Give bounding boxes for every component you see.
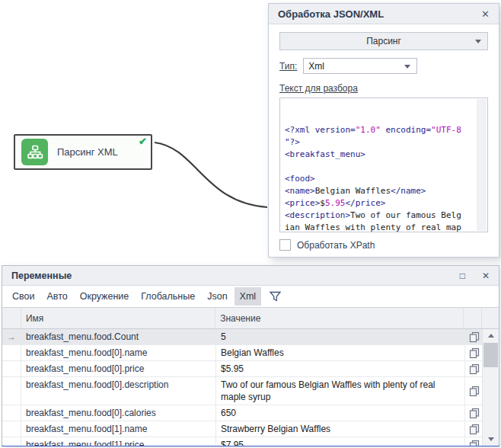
- variables-panel: Переменные □ ✕ СвоиАвтоОкружениеГлобальн…: [2, 265, 499, 446]
- var-value-cell[interactable]: Strawberry Belgian Waffles: [216, 421, 465, 437]
- table-row[interactable]: → breakfast_menu.food.Count 5: [2, 329, 482, 345]
- header-copy: [464, 308, 482, 328]
- var-value-cell[interactable]: $7.95: [216, 437, 465, 446]
- xpath-checkbox-label: Обработать XPath: [297, 240, 375, 251]
- table-row[interactable]: breakfast_menu.food[0].price $5.95: [2, 361, 482, 377]
- type-label[interactable]: Тип:: [279, 61, 297, 72]
- var-value-cell[interactable]: 650: [216, 405, 465, 421]
- success-check-icon: ✔: [139, 136, 147, 147]
- copy-icon[interactable]: [469, 424, 480, 435]
- var-name-cell[interactable]: breakfast_menu.food[0].calories: [21, 405, 216, 421]
- chevron-down-icon: [475, 40, 481, 43]
- var-name-cell[interactable]: breakfast_menu.food[0].name: [21, 345, 216, 360]
- tab-глобальные[interactable]: Глобальные: [136, 287, 200, 306]
- copy-icon[interactable]: [469, 363, 480, 375]
- row-indicator: [2, 405, 21, 421]
- json-xml-panel: Обработка JSON/XML ✕ Парсинг Тип: Xml Те…: [268, 3, 499, 258]
- tab-авто[interactable]: Авто: [41, 287, 72, 306]
- table-row[interactable]: breakfast_menu.food[0].name Belgian Waff…: [2, 345, 482, 361]
- triangle-up-icon: [488, 334, 494, 338]
- header-scroll-spacer: [482, 308, 499, 328]
- var-name-cell[interactable]: breakfast_menu.food[1].price: [21, 437, 216, 446]
- flow-canvas: Парсинг XML ✔ Обработка JSON/XML ✕ Парси…: [0, 0, 501, 448]
- parse-text-label[interactable]: Текст для разбора: [279, 83, 358, 94]
- header-gutter: [2, 308, 21, 328]
- tab-xml[interactable]: Xml: [235, 287, 262, 306]
- node-label: Парсинг XML: [57, 146, 118, 158]
- sitemap-icon: [21, 139, 48, 165]
- type-dropdown-value: Xml: [308, 61, 324, 72]
- var-value-cell[interactable]: Two of our famous Belgian Waffles with p…: [216, 377, 465, 405]
- type-dropdown[interactable]: Xml: [303, 58, 417, 74]
- chevron-down-icon: [404, 65, 410, 69]
- var-name-cell[interactable]: breakfast_menu.food[0].price: [21, 361, 216, 376]
- table-header: Имя Значение: [2, 307, 499, 329]
- connector-line[interactable]: [155, 142, 267, 207]
- filter-funnel-icon: [270, 293, 280, 301]
- filter-button[interactable]: [269, 290, 282, 302]
- tab-окружение[interactable]: Окружение: [75, 287, 135, 306]
- scroll-down-button[interactable]: [483, 433, 499, 446]
- copy-cell[interactable]: [465, 405, 483, 421]
- var-name-cell[interactable]: breakfast_menu.food.Count: [21, 329, 216, 344]
- var-value-cell[interactable]: $5.95: [216, 361, 465, 376]
- header-value[interactable]: Значение: [215, 308, 464, 328]
- editor-scrollbar[interactable]: [477, 99, 487, 231]
- tab-json[interactable]: Json: [202, 287, 232, 306]
- tab-свои[interactable]: Свои: [7, 287, 40, 306]
- table-row[interactable]: breakfast_menu.food[1].price $7.95: [2, 437, 482, 446]
- copy-icon[interactable]: [469, 331, 480, 343]
- row-indicator: [2, 345, 21, 360]
- copy-cell[interactable]: [465, 345, 483, 360]
- var-name-cell[interactable]: breakfast_menu.food[1].name: [21, 421, 216, 437]
- triangle-down-icon: [488, 437, 494, 441]
- copy-cell[interactable]: [465, 377, 483, 405]
- copy-icon[interactable]: [469, 440, 480, 446]
- copy-icon[interactable]: [469, 386, 480, 397]
- table-body: → breakfast_menu.food.Count 5 breakfast_…: [2, 329, 499, 446]
- scrollbar-thumb[interactable]: [483, 343, 498, 367]
- variables-tabs: СвоиАвтоОкружениеГлобальныеJsonXml: [2, 286, 499, 307]
- close-icon[interactable]: ✕: [481, 8, 490, 20]
- action-dropdown-value: Парсинг: [366, 36, 401, 46]
- table-row[interactable]: breakfast_menu.food[1].name Strawberry B…: [2, 421, 482, 437]
- copy-cell[interactable]: [465, 437, 483, 446]
- xml-code: <?xml version="1.0" encoding="UTF-8"?><b…: [285, 124, 474, 232]
- xpath-checkbox[interactable]: [279, 239, 291, 251]
- table-row[interactable]: breakfast_menu.food[0].description Two o…: [2, 377, 482, 405]
- copy-icon[interactable]: [469, 347, 480, 359]
- action-dropdown[interactable]: Парсинг: [279, 32, 488, 50]
- row-indicator: →: [2, 329, 21, 344]
- xml-text-editor[interactable]: <?xml version="1.0" encoding="UTF-8"?><b…: [279, 98, 488, 232]
- header-name[interactable]: Имя: [21, 308, 215, 328]
- row-indicator: [2, 421, 21, 437]
- panel-header: Обработка JSON/XML ✕: [269, 4, 499, 24]
- var-value-cell[interactable]: Belgian Waffles: [216, 345, 465, 360]
- table-row[interactable]: breakfast_menu.food[0].calories 650: [2, 405, 482, 421]
- scroll-up-button[interactable]: [483, 329, 499, 342]
- node-parsing-xml[interactable]: Парсинг XML ✔: [14, 134, 152, 170]
- maximize-icon[interactable]: □: [460, 270, 465, 281]
- close-icon[interactable]: ✕: [482, 270, 490, 281]
- var-name-cell[interactable]: breakfast_menu.food[0].description: [21, 377, 216, 405]
- copy-cell[interactable]: [465, 361, 483, 376]
- copy-cell[interactable]: [465, 329, 483, 344]
- copy-icon[interactable]: [469, 408, 480, 419]
- row-indicator: [2, 361, 21, 376]
- var-value-cell[interactable]: 5: [216, 329, 465, 344]
- row-indicator: [2, 437, 21, 446]
- table-scrollbar[interactable]: [482, 329, 499, 446]
- variables-title: Переменные: [11, 270, 443, 281]
- panel-title: Обработка JSON/XML: [278, 8, 481, 20]
- row-indicator: [2, 377, 21, 405]
- variables-header: Переменные □ ✕: [2, 266, 499, 286]
- copy-cell[interactable]: [465, 421, 483, 437]
